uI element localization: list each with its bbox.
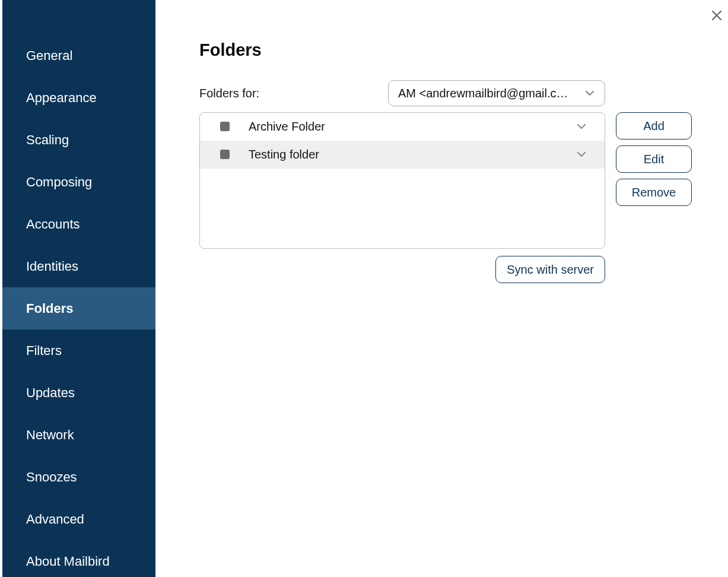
- sidebar-item-label: Identities: [26, 259, 78, 274]
- chevron-down-icon: [576, 149, 587, 160]
- folder-icon: [220, 122, 230, 131]
- chevron-down-icon: [576, 121, 587, 132]
- sidebar-item-label: Folders: [26, 301, 73, 316]
- sidebar-item-label: Composing: [26, 175, 92, 190]
- sidebar-item-label: About Mailbird: [26, 554, 110, 569]
- sidebar-item-appearance[interactable]: Appearance: [2, 77, 155, 119]
- folder-list: Archive Folder Testing folder: [199, 112, 605, 249]
- sidebar-item-scaling[interactable]: Scaling: [2, 119, 155, 161]
- sync-button[interactable]: Sync with server: [495, 256, 605, 283]
- sidebar-item-general[interactable]: General: [2, 34, 155, 77]
- sidebar-item-network[interactable]: Network: [2, 414, 155, 456]
- sidebar-item-composing[interactable]: Composing: [2, 161, 155, 203]
- sidebar-item-label: Snoozes: [26, 470, 77, 485]
- sidebar-item-label: Advanced: [26, 512, 84, 527]
- sidebar-item-label: General: [26, 48, 72, 64]
- folder-row[interactable]: Archive Folder: [200, 113, 605, 141]
- close-icon: [711, 10, 722, 21]
- account-select-value: AM <andrewmailbird@gmail.c…: [398, 87, 580, 100]
- sidebar-item-label: Appearance: [26, 90, 97, 106]
- sidebar-item-label: Network: [26, 427, 74, 443]
- folder-row[interactable]: Testing folder: [200, 141, 605, 169]
- sidebar-item-label: Updates: [26, 385, 75, 401]
- folders-for-label: Folders for:: [199, 87, 259, 100]
- sidebar-item-accounts[interactable]: Accounts: [2, 203, 155, 245]
- sidebar-item-updates[interactable]: Updates: [2, 372, 155, 414]
- button-label: Edit: [644, 153, 664, 166]
- main-content: Folders Folders for: AM <andrewmailbird@…: [155, 0, 728, 577]
- sidebar-item-about[interactable]: About Mailbird: [2, 540, 155, 577]
- sidebar-item-filters[interactable]: Filters: [2, 329, 155, 372]
- sidebar-item-label: Accounts: [26, 217, 80, 232]
- button-label: Add: [643, 119, 665, 133]
- remove-button[interactable]: Remove: [616, 179, 692, 206]
- button-label: Sync with server: [507, 263, 594, 277]
- folder-icon: [220, 150, 230, 159]
- account-select[interactable]: AM <andrewmailbird@gmail.c…: [388, 80, 605, 106]
- sidebar-item-label: Filters: [26, 343, 62, 359]
- close-button[interactable]: [708, 7, 725, 24]
- sidebar-item-snoozes[interactable]: Snoozes: [2, 456, 155, 498]
- settings-sidebar: General Appearance Scaling Composing Acc…: [2, 0, 155, 577]
- button-label: Remove: [632, 186, 676, 199]
- sidebar-item-folders[interactable]: Folders: [2, 287, 155, 329]
- sidebar-item-identities[interactable]: Identities: [2, 245, 155, 287]
- edit-button[interactable]: Edit: [616, 145, 692, 173]
- add-button[interactable]: Add: [616, 112, 692, 140]
- sidebar-item-advanced[interactable]: Advanced: [2, 498, 155, 540]
- page-title: Folders: [199, 40, 692, 60]
- sidebar-item-label: Scaling: [26, 132, 69, 148]
- folder-name: Testing folder: [249, 148, 576, 161]
- folder-name: Archive Folder: [249, 120, 576, 134]
- chevron-down-icon: [584, 88, 595, 99]
